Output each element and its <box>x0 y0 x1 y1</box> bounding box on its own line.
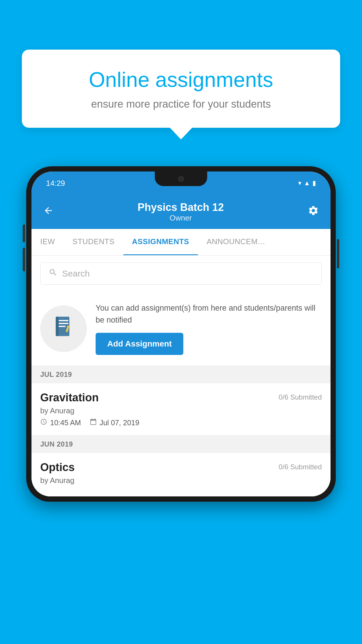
volume-down-button <box>23 248 25 271</box>
status-icons: ▾ ▲ ▮ <box>298 179 316 187</box>
svg-rect-1 <box>56 316 59 336</box>
speech-bubble: Online assignments ensure more practice … <box>22 50 340 128</box>
phone-container: 14:29 ▾ ▲ ▮ Physics Batch 12 Owner <box>26 166 336 644</box>
assignment-icon-circle <box>40 305 87 352</box>
assignment-by-gravitation: by Anurag <box>40 406 322 415</box>
search-bar[interactable]: Search <box>40 262 322 285</box>
back-button[interactable] <box>43 205 54 218</box>
tab-students[interactable]: STUDENTS <box>64 229 123 255</box>
assignment-title-optics: Optics <box>40 461 75 474</box>
search-container: Search <box>31 256 331 292</box>
assignment-top-optics: Optics 0/6 Submitted <box>40 461 322 474</box>
phone-screen: 14:29 ▾ ▲ ▮ Physics Batch 12 Owner <box>31 172 331 496</box>
phone-outer: 14:29 ▾ ▲ ▮ Physics Batch 12 Owner <box>26 166 336 502</box>
assignment-date-gravitation: Jul 07, 2019 <box>90 418 139 427</box>
assignment-submitted-optics: 0/6 Submitted <box>279 463 322 471</box>
time-value-gravitation: 10:45 AM <box>50 419 81 427</box>
bubble-subtitle: ensure more practice for your students <box>42 98 320 110</box>
power-button <box>337 239 339 268</box>
assignment-submitted-gravitation: 0/6 Submitted <box>279 393 322 401</box>
info-card: You can add assignment(s) from here and … <box>31 292 331 366</box>
assignment-optics[interactable]: Optics 0/6 Submitted by Anurag <box>31 453 331 496</box>
assignment-by-optics: by Anurag <box>40 476 322 485</box>
info-content: You can add assignment(s) from here and … <box>96 302 322 355</box>
tab-announcements[interactable]: ANNOUNCEM… <box>198 229 274 255</box>
speech-bubble-container: Online assignments ensure more practice … <box>22 50 340 128</box>
search-placeholder: Search <box>62 269 90 279</box>
notebook-icon <box>52 315 75 343</box>
header-title: Physics Batch 12 <box>138 201 224 214</box>
volume-up-button <box>23 225 25 242</box>
add-assignment-button[interactable]: Add Assignment <box>96 333 183 355</box>
section-jun-2019: JUN 2019 <box>31 435 331 453</box>
battery-icon: ▮ <box>312 179 316 187</box>
wifi-icon: ▾ <box>298 179 301 187</box>
tab-assignments[interactable]: ASSIGNMENTS <box>123 229 198 255</box>
app-header: Physics Batch 12 Owner <box>31 195 331 229</box>
header-subtitle: Owner <box>138 214 224 223</box>
assignment-gravitation[interactable]: Gravitation 0/6 Submitted by Anurag 10:4… <box>31 383 331 435</box>
assignment-meta-gravitation: 10:45 AM Jul 07, 2019 <box>40 418 322 427</box>
header-center: Physics Batch 12 Owner <box>138 201 224 223</box>
assignment-title-gravitation: Gravitation <box>40 391 99 404</box>
calendar-icon <box>90 418 97 427</box>
section-jul-2019: JUL 2019 <box>31 366 331 383</box>
info-description: You can add assignment(s) from here and … <box>96 302 322 326</box>
assignment-top: Gravitation 0/6 Submitted <box>40 391 322 404</box>
tabs-container: IEW STUDENTS ASSIGNMENTS ANNOUNCEM… <box>31 229 331 256</box>
search-icon <box>49 268 57 279</box>
tab-iew[interactable]: IEW <box>31 229 64 255</box>
bubble-title: Online assignments <box>42 67 320 92</box>
settings-button[interactable] <box>308 205 319 219</box>
assignment-time-gravitation: 10:45 AM <box>40 418 81 427</box>
phone-notch <box>155 172 207 186</box>
status-bar: 14:29 ▾ ▲ ▮ <box>31 172 331 195</box>
clock-icon <box>40 418 47 427</box>
signal-icon: ▲ <box>304 179 310 187</box>
status-time: 14:29 <box>46 179 65 188</box>
camera <box>178 176 184 182</box>
date-value-gravitation: Jul 07, 2019 <box>100 419 139 427</box>
